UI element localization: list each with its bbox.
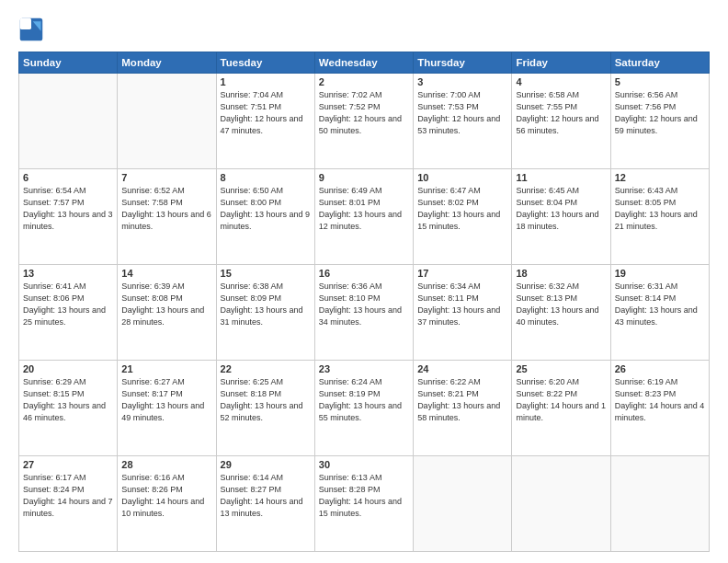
calendar-cell — [512, 456, 610, 552]
day-info: Sunrise: 6:45 AM Sunset: 8:04 PM Dayligh… — [516, 185, 606, 233]
day-number: 1 — [221, 76, 311, 87]
day-info: Sunrise: 6:58 AM Sunset: 7:55 PM Dayligh… — [516, 89, 606, 137]
week-row-5: 27Sunrise: 6:17 AM Sunset: 8:24 PM Dayli… — [19, 456, 710, 552]
calendar-cell — [19, 74, 118, 169]
day-info: Sunrise: 6:29 AM Sunset: 8:15 PM Dayligh… — [23, 376, 113, 424]
day-number: 11 — [516, 172, 606, 183]
weekday-header-wednesday: Wednesday — [314, 52, 413, 74]
calendar-cell: 30Sunrise: 6:13 AM Sunset: 8:28 PM Dayli… — [314, 456, 413, 552]
calendar-cell: 15Sunrise: 6:38 AM Sunset: 8:09 PM Dayli… — [216, 265, 314, 361]
day-number: 4 — [516, 76, 606, 87]
day-info: Sunrise: 6:41 AM Sunset: 8:06 PM Dayligh… — [23, 281, 113, 328]
weekday-header-tuesday: Tuesday — [216, 52, 314, 74]
calendar-cell: 7Sunrise: 6:52 AM Sunset: 7:58 PM Daylig… — [118, 169, 216, 265]
day-number: 25 — [516, 363, 606, 374]
calendar-cell — [610, 456, 709, 552]
weekday-header-saturday: Saturday — [610, 52, 709, 74]
weekday-header-sunday: Sunday — [19, 52, 118, 74]
day-number: 14 — [121, 268, 211, 279]
calendar-cell: 1Sunrise: 7:04 AM Sunset: 7:51 PM Daylig… — [216, 74, 314, 169]
day-number: 18 — [516, 268, 606, 279]
week-row-4: 20Sunrise: 6:29 AM Sunset: 8:15 PM Dayli… — [19, 361, 710, 456]
week-row-3: 13Sunrise: 6:41 AM Sunset: 8:06 PM Dayli… — [19, 265, 710, 361]
day-info: Sunrise: 6:49 AM Sunset: 8:01 PM Dayligh… — [319, 185, 409, 233]
day-info: Sunrise: 6:17 AM Sunset: 8:24 PM Dayligh… — [23, 472, 113, 520]
day-number: 7 — [121, 172, 211, 183]
day-info: Sunrise: 6:36 AM Sunset: 8:10 PM Dayligh… — [319, 281, 409, 328]
day-number: 29 — [221, 459, 311, 470]
day-number: 13 — [23, 268, 113, 279]
calendar-cell: 5Sunrise: 6:56 AM Sunset: 7:56 PM Daylig… — [610, 74, 709, 169]
day-info: Sunrise: 6:22 AM Sunset: 8:21 PM Dayligh… — [417, 376, 507, 424]
calendar-cell: 25Sunrise: 6:20 AM Sunset: 8:22 PM Dayli… — [512, 361, 610, 456]
day-number: 6 — [23, 172, 113, 183]
logo — [18, 17, 48, 42]
day-number: 24 — [417, 363, 507, 374]
day-number: 5 — [615, 76, 705, 87]
day-number: 22 — [221, 363, 311, 374]
weekday-header-row: SundayMondayTuesdayWednesdayThursdayFrid… — [19, 52, 710, 74]
day-info: Sunrise: 7:04 AM Sunset: 7:51 PM Dayligh… — [221, 89, 311, 137]
calendar-cell: 27Sunrise: 6:17 AM Sunset: 8:24 PM Dayli… — [19, 456, 118, 552]
calendar-cell: 24Sunrise: 6:22 AM Sunset: 8:21 PM Dayli… — [414, 361, 512, 456]
day-info: Sunrise: 6:39 AM Sunset: 8:08 PM Dayligh… — [121, 281, 211, 328]
svg-rect-2 — [20, 18, 31, 29]
day-info: Sunrise: 6:20 AM Sunset: 8:22 PM Dayligh… — [516, 376, 606, 424]
calendar-cell: 2Sunrise: 7:02 AM Sunset: 7:52 PM Daylig… — [314, 74, 413, 169]
calendar-cell: 20Sunrise: 6:29 AM Sunset: 8:15 PM Dayli… — [19, 361, 118, 456]
calendar-cell: 19Sunrise: 6:31 AM Sunset: 8:14 PM Dayli… — [610, 265, 709, 361]
calendar-cell: 9Sunrise: 6:49 AM Sunset: 8:01 PM Daylig… — [314, 169, 413, 265]
logo-icon — [18, 17, 44, 42]
day-number: 2 — [319, 76, 409, 87]
day-info: Sunrise: 6:16 AM Sunset: 8:26 PM Dayligh… — [121, 472, 211, 520]
day-number: 3 — [417, 76, 507, 87]
day-number: 19 — [615, 268, 705, 279]
calendar-cell: 3Sunrise: 7:00 AM Sunset: 7:53 PM Daylig… — [414, 74, 512, 169]
calendar-cell: 22Sunrise: 6:25 AM Sunset: 8:18 PM Dayli… — [216, 361, 314, 456]
calendar-cell: 29Sunrise: 6:14 AM Sunset: 8:27 PM Dayli… — [216, 456, 314, 552]
calendar-cell: 17Sunrise: 6:34 AM Sunset: 8:11 PM Dayli… — [414, 265, 512, 361]
calendar-cell: 18Sunrise: 6:32 AM Sunset: 8:13 PM Dayli… — [512, 265, 610, 361]
calendar-cell: 6Sunrise: 6:54 AM Sunset: 7:57 PM Daylig… — [19, 169, 118, 265]
day-number: 15 — [221, 268, 311, 279]
day-number: 21 — [121, 363, 211, 374]
calendar-cell: 11Sunrise: 6:45 AM Sunset: 8:04 PM Dayli… — [512, 169, 610, 265]
day-number: 16 — [319, 268, 409, 279]
page: SundayMondayTuesdayWednesdayThursdayFrid… — [0, 0, 728, 563]
weekday-header-monday: Monday — [118, 52, 216, 74]
calendar-cell: 8Sunrise: 6:50 AM Sunset: 8:00 PM Daylig… — [216, 169, 314, 265]
day-info: Sunrise: 6:54 AM Sunset: 7:57 PM Dayligh… — [23, 185, 113, 233]
calendar-cell: 12Sunrise: 6:43 AM Sunset: 8:05 PM Dayli… — [610, 169, 709, 265]
day-info: Sunrise: 6:56 AM Sunset: 7:56 PM Dayligh… — [615, 89, 705, 137]
day-info: Sunrise: 7:00 AM Sunset: 7:53 PM Dayligh… — [417, 89, 507, 137]
calendar-cell: 10Sunrise: 6:47 AM Sunset: 8:02 PM Dayli… — [414, 169, 512, 265]
calendar-cell: 23Sunrise: 6:24 AM Sunset: 8:19 PM Dayli… — [314, 361, 413, 456]
day-number: 20 — [23, 363, 113, 374]
day-info: Sunrise: 6:19 AM Sunset: 8:23 PM Dayligh… — [615, 376, 705, 424]
day-number: 9 — [319, 172, 409, 183]
day-info: Sunrise: 6:43 AM Sunset: 8:05 PM Dayligh… — [615, 185, 705, 233]
day-info: Sunrise: 6:25 AM Sunset: 8:18 PM Dayligh… — [221, 376, 311, 424]
calendar-cell — [118, 74, 216, 169]
calendar-cell: 28Sunrise: 6:16 AM Sunset: 8:26 PM Dayli… — [118, 456, 216, 552]
day-info: Sunrise: 6:24 AM Sunset: 8:19 PM Dayligh… — [319, 376, 409, 424]
day-info: Sunrise: 6:31 AM Sunset: 8:14 PM Dayligh… — [615, 281, 705, 328]
day-info: Sunrise: 6:32 AM Sunset: 8:13 PM Dayligh… — [516, 281, 606, 328]
day-info: Sunrise: 6:38 AM Sunset: 8:09 PM Dayligh… — [221, 281, 311, 328]
calendar-cell: 26Sunrise: 6:19 AM Sunset: 8:23 PM Dayli… — [610, 361, 709, 456]
weekday-header-friday: Friday — [512, 52, 610, 74]
day-number: 27 — [23, 459, 113, 470]
calendar-cell — [414, 456, 512, 552]
day-number: 28 — [121, 459, 211, 470]
week-row-1: 1Sunrise: 7:04 AM Sunset: 7:51 PM Daylig… — [19, 74, 710, 169]
calendar-cell: 4Sunrise: 6:58 AM Sunset: 7:55 PM Daylig… — [512, 74, 610, 169]
day-info: Sunrise: 6:27 AM Sunset: 8:17 PM Dayligh… — [121, 376, 211, 424]
calendar-cell: 13Sunrise: 6:41 AM Sunset: 8:06 PM Dayli… — [19, 265, 118, 361]
week-row-2: 6Sunrise: 6:54 AM Sunset: 7:57 PM Daylig… — [19, 169, 710, 265]
day-info: Sunrise: 6:34 AM Sunset: 8:11 PM Dayligh… — [417, 281, 507, 328]
day-info: Sunrise: 6:14 AM Sunset: 8:27 PM Dayligh… — [221, 472, 311, 520]
calendar-table: SundayMondayTuesdayWednesdayThursdayFrid… — [18, 52, 710, 552]
day-info: Sunrise: 6:47 AM Sunset: 8:02 PM Dayligh… — [417, 185, 507, 233]
day-info: Sunrise: 6:52 AM Sunset: 7:58 PM Dayligh… — [121, 185, 211, 233]
day-number: 17 — [417, 268, 507, 279]
